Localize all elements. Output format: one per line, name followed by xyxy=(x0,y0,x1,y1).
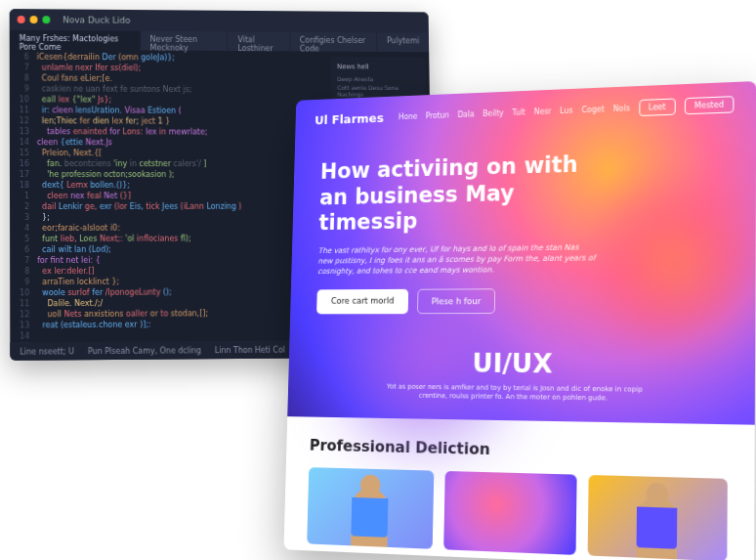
minimize-icon[interactable] xyxy=(30,16,38,23)
panel-title: News hell xyxy=(337,63,420,70)
uiux-subtitle: Yot as poser ners is amfker and toy by t… xyxy=(372,383,658,405)
person-image xyxy=(636,496,677,559)
primary-cta-button[interactable]: Core cart morld xyxy=(316,289,409,315)
status-item[interactable]: Pun Plseah Camy, One dcling xyxy=(88,346,201,356)
editor-tab[interactable]: Many Frshes: Mactologies Pore Come xyxy=(10,30,140,51)
card-item[interactable] xyxy=(307,467,434,549)
editor-tab[interactable]: Never Steen Mecknoky xyxy=(141,31,228,51)
hero-section: Ul Flarmes Hone Protun Dala Beilty Tult … xyxy=(287,81,756,425)
editor-tab[interactable]: Configies Chelser Code xyxy=(290,32,377,52)
editor-tab[interactable]: Vital Losthiner xyxy=(229,31,290,51)
maximize-icon[interactable] xyxy=(42,16,50,23)
nav-link[interactable]: Hone xyxy=(399,112,417,121)
nav-button[interactable]: Leet xyxy=(639,99,676,116)
nav-link[interactable]: Beilty xyxy=(483,108,504,118)
close-icon[interactable] xyxy=(18,16,25,23)
card-row xyxy=(307,467,728,560)
titlebar: Nova Duck Lido xyxy=(10,9,429,33)
secondary-cta-button[interactable]: Plese h four xyxy=(417,289,494,315)
website-preview: Ul Flarmes Hone Protun Dala Beilty Tult … xyxy=(283,81,756,560)
panel-sub: Deep Anesta xyxy=(337,74,420,83)
line-gutter: 6789101112131415161718123456789101112131… xyxy=(10,50,34,343)
editor-tabs: Many Frshes: Mactologies Pore Come Never… xyxy=(10,30,429,52)
window-title: Nova Duck Lido xyxy=(63,15,130,24)
nav-link[interactable]: Nesr xyxy=(534,107,552,116)
uiux-title: UI/UX xyxy=(315,347,724,380)
nav-link[interactable]: Tult xyxy=(512,108,525,117)
hero-subtitle: The vast rathityx for ony ever, Uf for h… xyxy=(317,241,596,277)
site-logo[interactable]: Ul Flarmes xyxy=(315,110,384,127)
card-item[interactable] xyxy=(588,475,728,560)
nav-button[interactable]: Mested xyxy=(685,96,735,114)
nav-link[interactable]: Nols xyxy=(613,104,630,113)
nav-link[interactable]: Protun xyxy=(426,111,449,121)
hero-title: How activiing on with an business May ti… xyxy=(318,151,616,237)
status-item[interactable]: Line nseett; U xyxy=(20,347,74,356)
hero-content: How activiing on with an business May ti… xyxy=(288,126,756,406)
person-image xyxy=(351,488,389,547)
nav-link[interactable]: Lus xyxy=(560,107,572,115)
nav-links: Hone Protun Dala Beilty Tult Nesr Lus Co… xyxy=(399,96,735,125)
nav-link[interactable]: Dala xyxy=(457,110,474,119)
uiux-block: UI/UX Yot as poser ners is amfker and to… xyxy=(315,347,725,405)
card-item[interactable] xyxy=(443,471,576,555)
hero-ctas: Core cart morld Plese h four xyxy=(316,287,725,315)
status-item[interactable]: Linn Thon Heti Col xyxy=(215,345,285,355)
nav-link[interactable]: Coget xyxy=(581,105,604,114)
editor-tab[interactable]: Pulytemi xyxy=(377,32,429,52)
